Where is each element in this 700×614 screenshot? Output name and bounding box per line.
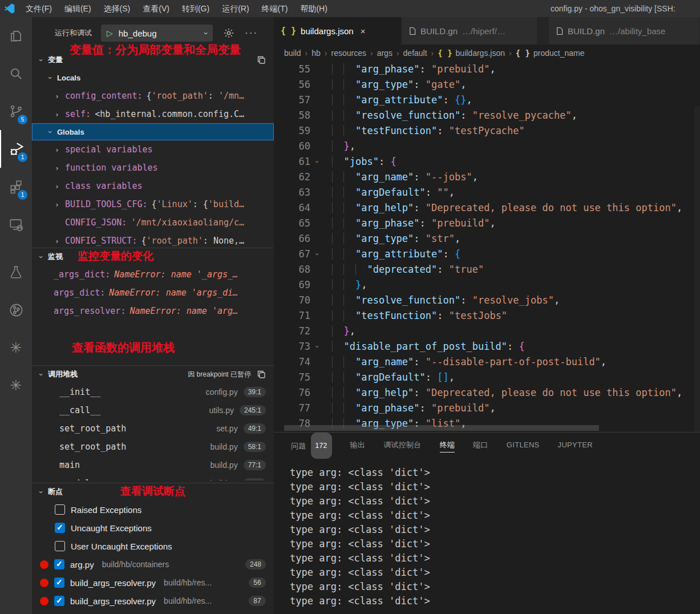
tab-ports[interactable]: 端口 bbox=[473, 433, 488, 458]
breakpoint-row[interactable]: arg.py build/hb/containers 248 bbox=[32, 555, 274, 573]
stack-frame[interactable]: <module> build.py 85:1 bbox=[32, 474, 274, 480]
breakpoint-row[interactable]: build_args_resolver.py build/hb/res... 8… bbox=[32, 592, 274, 610]
tab-debug-console[interactable]: 调试控制台 bbox=[383, 433, 422, 458]
start-debug-icon[interactable]: ▷ bbox=[107, 29, 113, 38]
fold-chevron-icon[interactable]: › bbox=[310, 339, 324, 354]
stack-frame[interactable]: set_root_path set.py 49:1 bbox=[32, 419, 274, 438]
activity-source-control[interactable]: 5 bbox=[0, 92, 32, 130]
activity-remote-explorer[interactable] bbox=[0, 205, 32, 243]
variable-special[interactable]: › special variables bbox=[32, 140, 274, 159]
line-number[interactable]: 70 bbox=[274, 293, 310, 308]
line-number[interactable]: 55 bbox=[274, 62, 310, 77]
activity-explorer[interactable] bbox=[0, 17, 32, 55]
line-number[interactable]: 71 bbox=[274, 308, 310, 324]
menu-run[interactable]: 运行(R) bbox=[216, 0, 255, 17]
horizontal-scrollbar[interactable] bbox=[284, 425, 599, 431]
line-number[interactable]: 60 bbox=[274, 139, 310, 154]
stack-frame[interactable]: main build.py 77:1 bbox=[32, 456, 274, 474]
globals-group-selected[interactable]: › Globals bbox=[32, 123, 274, 140]
exception-raised[interactable]: Raised Exceptions bbox=[32, 500, 274, 519]
line-number[interactable]: 59 bbox=[274, 123, 310, 139]
line-number[interactable]: 67 bbox=[274, 247, 310, 262]
watch-args-resolver[interactable]: args_resolver: NameError: name 'arg… bbox=[32, 302, 274, 320]
vertical-scrollbar[interactable] bbox=[694, 106, 700, 432]
breakpoint-row[interactable]: build_args_resolver.py build/hb/re... 10… bbox=[32, 610, 274, 614]
activity-search[interactable] bbox=[0, 55, 32, 92]
gear-icon[interactable] bbox=[223, 27, 234, 39]
stack-frame[interactable]: __init__ config.py 39:1 bbox=[32, 383, 274, 401]
checkbox-checked[interactable] bbox=[54, 577, 64, 588]
variable-function[interactable]: › function variables bbox=[32, 159, 274, 177]
menu-file[interactable]: 文件(F) bbox=[19, 0, 58, 17]
breadcrumb[interactable]: build› hb› resources› args› default› { }… bbox=[274, 45, 700, 62]
checkbox-checked[interactable] bbox=[54, 559, 64, 569]
line-number[interactable]: 61 bbox=[274, 154, 310, 169]
tab-jupyter[interactable]: JUPYTER bbox=[558, 433, 593, 458]
menu-selection[interactable]: 选择(S) bbox=[98, 0, 137, 17]
line-number[interactable]: 68 bbox=[274, 262, 310, 277]
exception-user-uncaught[interactable]: User Uncaught Exceptions bbox=[32, 537, 274, 555]
exception-uncaught[interactable]: Uncaught Exceptions bbox=[32, 519, 274, 537]
menu-edit[interactable]: 编辑(E) bbox=[58, 0, 98, 17]
breadcrumb-item[interactable]: resources bbox=[331, 49, 366, 58]
menu-terminal[interactable]: 终端(T) bbox=[256, 0, 294, 17]
checkbox-checked[interactable] bbox=[55, 523, 65, 533]
activity-testing[interactable] bbox=[0, 253, 32, 291]
line-number[interactable]: 69 bbox=[274, 277, 310, 293]
stack-frame[interactable]: set_root_path build.py 58:1 bbox=[32, 438, 274, 456]
more-actions-icon[interactable]: ··· bbox=[245, 27, 258, 39]
line-number[interactable]: 58 bbox=[274, 108, 310, 123]
tab-build-gn-hiperf[interactable]: BUILD.gn …/hiperf/… bbox=[402, 17, 537, 45]
copy-value-icon[interactable] bbox=[254, 53, 268, 67]
debug-config-dropdown[interactable]: ▷ hb_debug › bbox=[101, 25, 213, 42]
stack-frame[interactable]: __call__ utils.py 245:1 bbox=[32, 401, 274, 419]
code-editor[interactable]: 55 "arg_phase": "prebuild",56 "arg_type"… bbox=[274, 62, 700, 432]
line-number[interactable]: 75 bbox=[274, 370, 310, 385]
terminal-output[interactable]: type arg: <class 'dict'>type arg: <class… bbox=[274, 458, 700, 608]
line-number[interactable]: 65 bbox=[274, 216, 310, 231]
tab-terminal[interactable]: 终端 bbox=[440, 433, 455, 458]
close-icon[interactable]: × bbox=[361, 26, 366, 36]
line-number[interactable]: 63 bbox=[274, 185, 310, 200]
variable-config-content[interactable]: › config_content: {'root_path': '/mn… bbox=[32, 87, 274, 105]
breadcrumb-item[interactable]: args bbox=[377, 49, 393, 58]
menu-help[interactable]: 帮助(H) bbox=[294, 0, 333, 17]
line-number[interactable]: 76 bbox=[274, 385, 310, 401]
breadcrumb-item[interactable]: default bbox=[403, 49, 427, 58]
fold-chevron-icon[interactable]: › bbox=[310, 247, 324, 262]
activity-chatgpt-1[interactable]: ✳ bbox=[0, 329, 32, 366]
activity-gitlens[interactable] bbox=[0, 291, 32, 329]
line-number[interactable]: 66 bbox=[274, 231, 310, 247]
line-number[interactable]: 57 bbox=[274, 92, 310, 108]
tab-problems[interactable]: 问题172 bbox=[291, 433, 332, 458]
tab-buildargs-json[interactable]: { } buildargs.json × bbox=[274, 17, 402, 45]
line-number[interactable]: 77 bbox=[274, 401, 310, 416]
variable-class[interactable]: › class variables bbox=[32, 177, 274, 195]
locals-group[interactable]: › Locals bbox=[32, 68, 274, 87]
breadcrumb-symbol[interactable]: product_name bbox=[533, 49, 585, 58]
watch-args-dict-private[interactable]: _args_dict: NameError: name '_args_… bbox=[32, 265, 274, 284]
line-number[interactable]: 56 bbox=[274, 77, 310, 92]
call-stack-header[interactable]: › 调用堆栈 因 breakpoint 已暂停 bbox=[32, 366, 274, 383]
activity-run-debug[interactable]: 1 bbox=[0, 130, 32, 168]
menu-view[interactable]: 查看(V) bbox=[136, 0, 176, 17]
checkbox-checked[interactable] bbox=[54, 596, 64, 606]
breadcrumb-file[interactable]: buildargs.json bbox=[456, 49, 505, 58]
tab-build-gn-ability-base[interactable]: BUILD.gn …/ability_base bbox=[549, 17, 700, 45]
activity-chatgpt-2[interactable]: ✳ bbox=[0, 366, 32, 404]
line-number[interactable]: 73 bbox=[274, 339, 310, 354]
line-number[interactable]: 62 bbox=[274, 169, 310, 185]
checkbox-unchecked[interactable] bbox=[55, 541, 65, 551]
breadcrumb-item[interactable]: hb bbox=[311, 49, 321, 58]
watch-args-dict[interactable]: args_dict: NameError: name 'args_di… bbox=[32, 284, 274, 302]
menu-go[interactable]: 转到(G) bbox=[176, 0, 216, 17]
breakpoint-row[interactable]: build_args_resolver.py build/hb/res... 5… bbox=[32, 573, 274, 592]
fold-chevron-icon[interactable]: › bbox=[310, 154, 324, 169]
tab-gitlens[interactable]: GITLENS bbox=[507, 433, 540, 458]
variable-config-json[interactable]: › CONFIG_JSON: '/mnt/xiaoxiaoliang/c… bbox=[32, 213, 274, 232]
tab-output[interactable]: 输出 bbox=[350, 433, 366, 458]
variable-self[interactable]: › self: <hb_internal.common.config.C… bbox=[32, 105, 274, 123]
copy-call-stack-icon[interactable] bbox=[254, 367, 268, 381]
checkbox-unchecked[interactable] bbox=[55, 504, 65, 515]
line-number[interactable]: 72 bbox=[274, 324, 310, 339]
